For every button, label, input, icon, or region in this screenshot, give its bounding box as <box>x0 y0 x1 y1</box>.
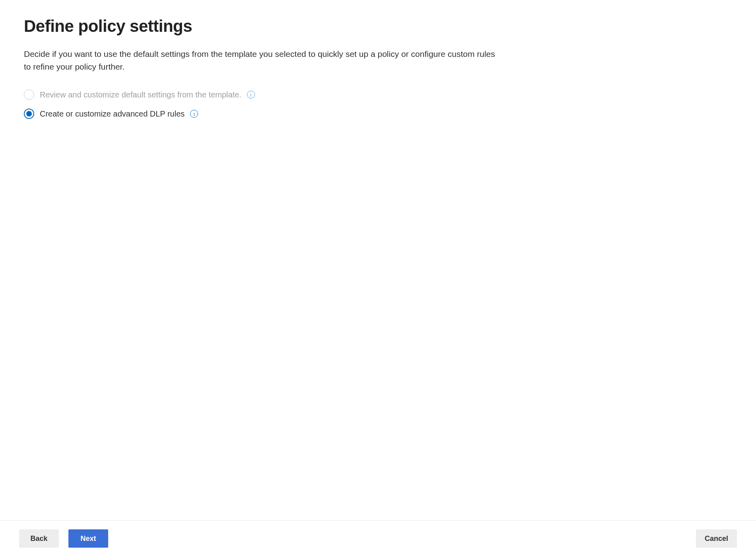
radio-label-review-default: Review and customize default settings fr… <box>40 90 241 99</box>
radio-label-create-advanced: Create or customize advanced DLP rules <box>40 109 185 119</box>
radio-circle-icon <box>24 89 34 100</box>
main-content: Define policy settings Decide if you wan… <box>0 0 756 520</box>
policy-settings-radio-group: Review and customize default settings fr… <box>24 89 732 119</box>
back-button[interactable]: Back <box>19 529 59 548</box>
radio-option-create-advanced[interactable]: Create or customize advanced DLP rules i <box>24 109 732 119</box>
radio-circle-icon <box>24 109 34 119</box>
radio-option-review-default: Review and customize default settings fr… <box>24 89 732 100</box>
footer-left-buttons: Back Next <box>19 529 108 548</box>
next-button[interactable]: Next <box>68 529 108 548</box>
info-icon[interactable]: i <box>190 110 198 118</box>
footer-right-buttons: Cancel <box>696 529 737 548</box>
cancel-button[interactable]: Cancel <box>696 529 737 548</box>
info-icon[interactable]: i <box>247 91 255 99</box>
page-description: Decide if you want to use the default se… <box>24 48 501 73</box>
wizard-footer: Back Next Cancel <box>0 520 756 558</box>
page-title: Define policy settings <box>24 17 732 36</box>
